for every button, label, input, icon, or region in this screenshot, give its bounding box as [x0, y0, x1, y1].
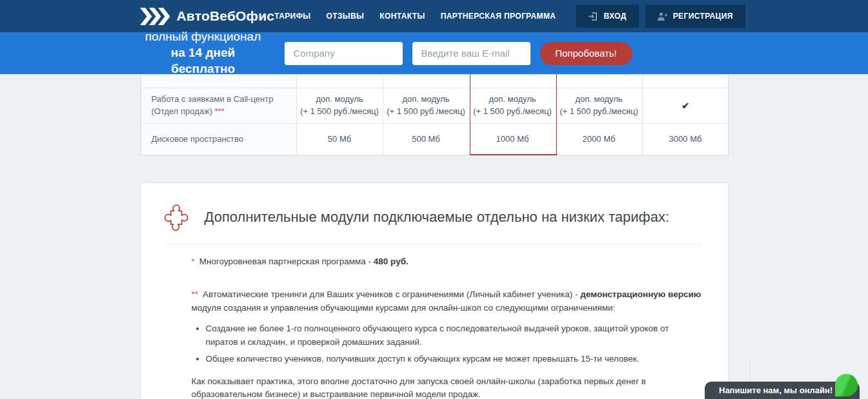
chat-label: Напишите нам, мы онлайн! — [719, 385, 833, 395]
limitations-list: Создание не более 1-го полноценного обуч… — [206, 322, 702, 366]
chat-leaf-icon — [835, 374, 858, 396]
chat-widget[interactable]: Напишите нам, мы онлайн! — [705, 382, 860, 399]
company-input[interactable] — [285, 42, 403, 65]
user-plus-icon — [658, 12, 667, 21]
paragraph-practice: Как показывает практика, этого вполне до… — [192, 375, 702, 399]
try-button[interactable]: Попробовать! — [540, 42, 632, 65]
trial-banner: полный функционал на 14 дней бесплатно П… — [0, 32, 868, 74]
nav-reviews[interactable]: ОТЗЫВЫ — [326, 12, 364, 21]
nav-tariffs[interactable]: ТАРИФЫ — [274, 12, 310, 21]
additional-modules-card: Дополнительные модули подключаемые отдел… — [140, 182, 729, 399]
promo-line1: полный функционал — [140, 29, 267, 45]
top-header: АвтоВебОфис ТАРИФЫ ОТЗЫВЫ КОНТАКТЫ ПАРТН… — [0, 0, 868, 32]
list-item: Общее количество учеников, получивших до… — [206, 353, 702, 366]
note-partner-program: *Многоуровневая партнерская программа - … — [192, 255, 702, 269]
note-auto-trainings: **Автоматические тренинги для Ваших учен… — [192, 288, 702, 315]
check-icon: ✔ — [681, 101, 689, 111]
login-button[interactable]: ВХОД — [576, 5, 638, 28]
chat-widget-divider — [750, 358, 751, 382]
nav-partner-program[interactable]: ПАРТНЕРСКАЯ ПРОГРАММА — [441, 12, 556, 21]
sign-in-icon — [589, 12, 598, 21]
table-row-disk-space: Дисковое пространство 50 Мб 500 Мб 1000 … — [141, 124, 729, 155]
email-input[interactable] — [412, 42, 530, 65]
row-label: Дисковое пространство — [141, 124, 296, 155]
puzzle-icon — [165, 202, 192, 232]
footnote-stars: *** — [215, 106, 225, 116]
logo[interactable]: АвтоВебОфис — [140, 8, 275, 25]
card-header: Дополнительные модули подключаемые отдел… — [165, 202, 702, 244]
promo-text: полный функционал на 14 дней бесплатно — [140, 29, 267, 77]
card-title: Дополнительные модули подключаемые отдел… — [205, 209, 670, 226]
nav-contacts[interactable]: КОНТАКТЫ — [379, 12, 425, 21]
register-button[interactable]: РЕГИСТРАЦИЯ — [645, 5, 745, 28]
main-nav: ТАРИФЫ ОТЗЫВЫ КОНТАКТЫ ПАРТНЕРСКАЯ ПРОГР… — [274, 12, 556, 21]
pricing-table: Работа с заявками в Call-центр (Отдел пр… — [140, 74, 729, 156]
chevrons-logo-icon — [140, 8, 170, 25]
auth-buttons: ВХОД РЕГИСТРАЦИЯ — [576, 5, 745, 28]
list-item: Создание не более 1-го полноценного обуч… — [206, 322, 702, 349]
logo-text: АвтоВебОфис — [177, 8, 275, 24]
promo-line2: на 14 дней бесплатно — [140, 45, 267, 77]
row-label: Работа с заявками в Call-центр (Отдел пр… — [152, 94, 274, 116]
table-row-call-center: Работа с заявками в Call-центр (Отдел пр… — [141, 88, 729, 124]
